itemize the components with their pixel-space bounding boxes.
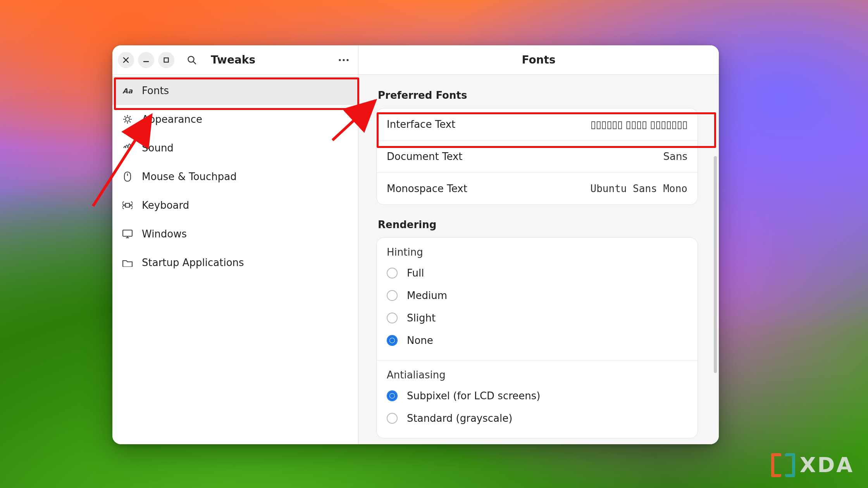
sidebar-item-sound[interactable]: Sound: [112, 134, 358, 162]
radio-label: None: [407, 335, 433, 346]
hinting-options: Full Medium Slight: [377, 262, 698, 360]
sidebar-item-label: Sound: [142, 142, 174, 154]
maximize-icon: [163, 57, 169, 63]
radio-icon: [387, 290, 398, 301]
row-value: ▯▯▯▯▯▯ ▯▯▯▯ ▯▯▯▯▯▯▯: [591, 119, 687, 130]
radio-hinting-none[interactable]: None: [387, 329, 687, 352]
radio-icon: [387, 335, 398, 346]
svg-rect-9: [123, 230, 132, 236]
search-button[interactable]: [184, 52, 200, 68]
sidebar-item-windows[interactable]: Windows: [112, 220, 358, 248]
svg-rect-0: [164, 58, 169, 62]
row-label: Interface Text: [387, 119, 455, 130]
group-label-rendering: Rendering: [378, 219, 696, 230]
radio-label: Subpixel (for LCD screens): [407, 390, 541, 402]
main-scroll-area[interactable]: Preferred Fonts Interface Text ▯▯▯▯▯▯ ▯▯…: [358, 75, 719, 444]
radio-label: Medium: [407, 290, 447, 301]
tweaks-window: Tweaks Aa Fonts Appearance: [112, 45, 719, 444]
preferred-fonts-card: Interface Text ▯▯▯▯▯▯ ▯▯▯▯ ▯▯▯▯▯▯▯ Docum…: [376, 108, 698, 205]
more-menu-button[interactable]: [336, 52, 352, 68]
row-label: Document Text: [387, 151, 463, 162]
radio-icon: [387, 413, 398, 424]
hinting-label: Hinting: [377, 238, 698, 262]
radio-icon: [387, 313, 398, 323]
main-header: Fonts: [358, 45, 719, 75]
folder-icon: [122, 258, 133, 267]
mouse-icon: [122, 171, 133, 182]
sidebar-item-label: Fonts: [142, 85, 169, 96]
sidebar-item-appearance[interactable]: Appearance: [112, 105, 358, 134]
sidebar-item-mouse-touchpad[interactable]: Mouse & Touchpad: [112, 162, 358, 191]
svg-point-3: [343, 59, 344, 61]
close-icon: [122, 57, 129, 64]
sidebar-item-keyboard[interactable]: Keyboard: [112, 191, 358, 220]
sidebar-item-label: Keyboard: [142, 199, 189, 211]
display-icon: [122, 229, 133, 239]
radio-icon: [387, 268, 398, 278]
row-interface-text[interactable]: Interface Text ▯▯▯▯▯▯ ▯▯▯▯ ▯▯▯▯▯▯▯: [377, 108, 698, 140]
scrollbar-thumb[interactable]: [714, 156, 717, 373]
command-icon: [122, 200, 133, 210]
sidebar-item-fonts[interactable]: Aa Fonts: [112, 76, 358, 105]
gear-icon: [122, 114, 133, 124]
xda-watermark: XDA: [771, 453, 854, 477]
radio-hinting-slight[interactable]: Slight: [387, 307, 687, 329]
radio-hinting-medium[interactable]: Medium: [387, 284, 687, 307]
svg-point-2: [339, 59, 341, 61]
radio-icon: [387, 390, 398, 401]
row-document-text[interactable]: Document Text Sans: [377, 140, 698, 172]
antialiasing-options: Subpixel (for LCD screens) Standard (gra…: [377, 385, 698, 438]
more-horizontal-icon: [338, 58, 349, 62]
radio-aa-standard[interactable]: Standard (grayscale): [387, 407, 687, 430]
svg-point-4: [346, 59, 348, 61]
rendering-card: Hinting Full Medium: [376, 237, 698, 438]
page-title: Fonts: [522, 53, 555, 66]
radio-hinting-full[interactable]: Full: [387, 262, 687, 284]
antialiasing-label: Antialiasing: [377, 361, 698, 385]
sidebar-item-label: Mouse & Touchpad: [142, 171, 237, 182]
app-title: Tweaks: [211, 53, 255, 66]
main-pane: Fonts Preferred Fonts Interface Text ▯▯▯…: [358, 45, 719, 444]
row-value: Sans: [663, 151, 687, 162]
minimize-button[interactable]: [138, 52, 154, 68]
row-label: Monospace Text: [387, 183, 467, 194]
svg-rect-7: [124, 172, 131, 181]
radio-aa-subpixel[interactable]: Subpixel (for LCD screens): [387, 385, 687, 407]
close-button[interactable]: [118, 52, 134, 68]
font-icon: Aa: [122, 86, 133, 95]
row-value: Ubuntu Sans Mono: [591, 183, 687, 194]
sidebar-item-label: Startup Applications: [142, 257, 244, 268]
xda-logo-icon: [771, 453, 795, 477]
radio-label: Standard (grayscale): [407, 412, 512, 424]
group-label-preferred-fonts: Preferred Fonts: [378, 89, 696, 101]
sidebar-list: Aa Fonts Appearance Sound Mous: [112, 75, 358, 278]
speaker-icon: [122, 143, 133, 153]
search-icon: [187, 55, 197, 65]
minimize-icon: [143, 57, 150, 64]
radio-label: Slight: [407, 312, 436, 324]
radio-label: Full: [407, 267, 424, 279]
svg-point-6: [126, 117, 129, 121]
sidebar: Tweaks Aa Fonts Appearance: [112, 45, 358, 444]
svg-text:Aa: Aa: [122, 87, 133, 95]
maximize-button[interactable]: [158, 52, 174, 68]
sidebar-item-startup-applications[interactable]: Startup Applications: [112, 248, 358, 277]
sidebar-item-label: Windows: [142, 228, 187, 240]
row-monospace-text[interactable]: Monospace Text Ubuntu Sans Mono: [377, 172, 698, 204]
xda-text: XDA: [800, 453, 854, 477]
sidebar-item-label: Appearance: [142, 113, 202, 125]
sidebar-header: Tweaks: [112, 45, 358, 75]
